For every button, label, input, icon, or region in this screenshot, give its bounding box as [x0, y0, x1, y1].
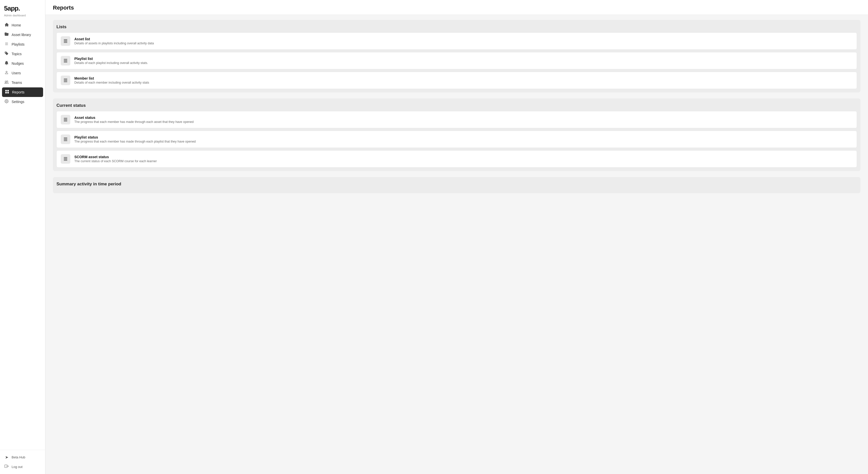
- report-icon-asset-status: [61, 115, 70, 125]
- lists-section-title: Lists: [57, 25, 857, 30]
- lists-section: Lists Asset list Details of assets in pl…: [53, 20, 861, 93]
- sidebar-item-log-out-label: Log out: [11, 465, 23, 469]
- report-icon-member-list: [61, 75, 70, 85]
- sidebar-bottom: ➤ Beta Hub Log out: [0, 450, 45, 474]
- report-name-scorm-asset-status: SCORM asset status: [74, 155, 852, 159]
- report-desc-asset-status: The progress that each member has made t…: [74, 120, 852, 124]
- report-desc-scorm-asset-status: The current status of each SCORM course …: [74, 160, 852, 163]
- report-desc-playlist-status: The progress that each member has made t…: [74, 140, 852, 143]
- report-name-asset-status: Asset status: [74, 115, 852, 120]
- tag-icon: [4, 52, 9, 57]
- report-icon-asset-list: [61, 36, 70, 46]
- report-icon-playlist-list: [61, 56, 70, 66]
- report-info-member-list: Member list Details of each member inclu…: [74, 76, 852, 84]
- logout-icon: [4, 464, 9, 469]
- main-content: Reports Lists Asset list Details of asse…: [45, 0, 868, 474]
- sidebar-item-settings[interactable]: Settings: [0, 97, 45, 106]
- person-icon: [4, 70, 9, 75]
- page-title: Reports: [53, 4, 861, 11]
- report-desc-asset-list: Details of assets in playlists including…: [74, 41, 852, 45]
- main-body: Lists Asset list Details of assets in pl…: [45, 15, 868, 204]
- summary-activity-section: Summary activity in time period: [53, 177, 861, 193]
- report-name-playlist-status: Playlist status: [74, 135, 852, 139]
- people-icon: [4, 80, 9, 85]
- report-name-asset-list: Asset list: [74, 37, 852, 41]
- sidebar-item-log-out[interactable]: Log out: [0, 462, 45, 472]
- sidebar-item-topics-label: Topics: [11, 52, 22, 56]
- report-card-asset-status[interactable]: Asset status The progress that each memb…: [57, 111, 857, 128]
- list-icon: [4, 42, 9, 47]
- bell-icon: [4, 61, 9, 66]
- nav-items: Home Asset library Playlists: [0, 21, 45, 450]
- sidebar-item-beta-hub[interactable]: ➤ Beta Hub: [0, 452, 45, 462]
- folder-icon: [4, 32, 9, 37]
- report-card-scorm-asset-status[interactable]: SCORM asset status The current status of…: [57, 150, 857, 168]
- sidebar-item-playlists-label: Playlists: [11, 42, 25, 46]
- sidebar-item-users[interactable]: Users: [0, 68, 45, 78]
- sidebar-item-settings-label: Settings: [11, 100, 25, 104]
- report-info-playlist-status: Playlist status The progress that each m…: [74, 135, 852, 143]
- report-desc-playlist-list: Details of each playlist including overa…: [74, 61, 852, 65]
- sidebar-item-home-label: Home: [11, 23, 21, 27]
- sidebar-item-topics[interactable]: Topics: [0, 49, 45, 59]
- report-icon-playlist-status: [61, 135, 70, 144]
- rocket-icon: ➤: [4, 455, 9, 460]
- summary-activity-section-title: Summary activity in time period: [57, 181, 857, 187]
- report-desc-member-list: Details of each member including overall…: [74, 81, 852, 84]
- main-header: Reports: [45, 0, 868, 15]
- sidebar-item-users-label: Users: [11, 71, 21, 75]
- report-card-playlist-status[interactable]: Playlist status The progress that each m…: [57, 131, 857, 148]
- sidebar-item-nudges-label: Nudges: [11, 62, 24, 66]
- sidebar-item-reports[interactable]: Reports: [2, 88, 43, 97]
- report-name-playlist-list: Playlist list: [74, 57, 852, 61]
- report-card-asset-list[interactable]: Asset list Details of assets in playlist…: [57, 33, 857, 49]
- current-status-section: Current status Asset status The progress…: [53, 99, 861, 171]
- sidebar-item-beta-hub-label: Beta Hub: [11, 455, 25, 459]
- sidebar-item-home[interactable]: Home: [0, 21, 45, 30]
- report-icon-scorm-asset-status: [61, 154, 70, 164]
- sidebar-item-nudges[interactable]: Nudges: [0, 59, 45, 68]
- sidebar-item-teams[interactable]: Teams: [0, 78, 45, 88]
- sidebar-item-asset-library-label: Asset library: [11, 33, 31, 37]
- report-info-asset-status: Asset status The progress that each memb…: [74, 115, 852, 124]
- report-name-member-list: Member list: [74, 76, 852, 80]
- report-info-asset-list: Asset list Details of assets in playlist…: [74, 37, 852, 45]
- admin-label: Admin dashboard: [0, 14, 45, 21]
- app-logo: 5app.: [4, 4, 41, 12]
- sidebar-item-teams-label: Teams: [11, 80, 22, 84]
- sidebar-item-reports-label: Reports: [12, 90, 25, 94]
- sidebar-item-asset-library[interactable]: Asset library: [0, 30, 45, 39]
- report-card-member-list[interactable]: Member list Details of each member inclu…: [57, 72, 857, 89]
- sidebar: 5app. Admin dashboard Home Asset library: [0, 0, 45, 474]
- sidebar-item-playlists[interactable]: Playlists: [0, 39, 45, 49]
- report-info-scorm-asset-status: SCORM asset status The current status of…: [74, 155, 852, 163]
- current-status-section-title: Current status: [57, 103, 857, 108]
- gear-icon: [4, 99, 9, 104]
- grid-icon: [4, 90, 9, 95]
- house-icon: [4, 23, 9, 28]
- logo-area: 5app.: [0, 0, 45, 14]
- report-info-playlist-list: Playlist list Details of each playlist i…: [74, 57, 852, 65]
- report-card-playlist-list[interactable]: Playlist list Details of each playlist i…: [57, 52, 857, 69]
